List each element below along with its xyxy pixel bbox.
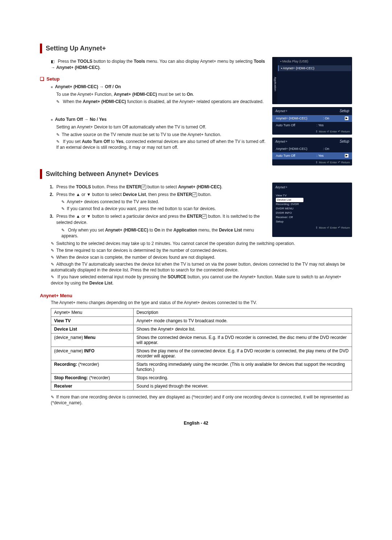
enter-icon-2: ⏎ bbox=[192, 192, 197, 197]
setting-up-intro: Press the TOOLS button to display the To… bbox=[40, 58, 269, 71]
osd-dev-item: DVDR INFO bbox=[276, 211, 348, 215]
table-row: (device_name) MenuShows the connected de… bbox=[51, 333, 352, 347]
table-cell-menu: Receiver bbox=[51, 382, 134, 390]
table-row: View TVAnynet+ mode changes to TV broadc… bbox=[51, 316, 352, 325]
table-cell-menu: View TV bbox=[51, 316, 134, 325]
osd-footer-nav-2: ⇕ Move ⏎ Enter ↶ Return bbox=[272, 159, 352, 165]
table-cell-desc: Starts recording immediately using the r… bbox=[134, 360, 352, 373]
table-cell-menu: Recording: (*recorder) bbox=[51, 360, 134, 373]
osd-logo-2: Anynet+ bbox=[275, 139, 288, 144]
item-cec-note: When the Anynet+ (HDMI-CEC) function is … bbox=[40, 99, 269, 105]
osd-media-play-row: ▪ Media Play (USB) bbox=[280, 59, 349, 64]
osd-anynet-row: ▪ Anynet+ (HDMI-CEC) bbox=[278, 65, 351, 71]
table-cell-desc: Shows the Anynet+ device list. bbox=[134, 325, 352, 333]
enter-icon: ⏎ bbox=[141, 185, 146, 189]
osd-dev-item: DVDR MENU bbox=[276, 206, 348, 211]
setup-heading: Setup bbox=[40, 76, 269, 82]
item-cec-desc: To use the Anynet+ Function, Anynet+ (HD… bbox=[40, 91, 269, 98]
table-cell-desc: Shows the connected device menus. E.g. I… bbox=[134, 333, 352, 347]
osd-application-menu: Application ▪ Media Play (USB) ▪ Anynet+… bbox=[272, 57, 352, 104]
step-3: 3. Press the ▲ or ▼ button to select a p… bbox=[56, 213, 269, 226]
item-auto-off-heading: Auto Turn Off → No / Yes bbox=[40, 116, 269, 123]
osd-row-cec-hl: Anynet+ (HDMI-CEC): On▶ bbox=[272, 115, 352, 122]
table-header-row: Anynet+ Menu Description bbox=[51, 308, 352, 316]
step-1: 1. Press the TOOLS button. Press the ENT… bbox=[56, 184, 269, 190]
osd-setup-cec: Anynet+Setup Anynet+ (HDMI-CEC): On▶ Aut… bbox=[272, 107, 352, 135]
osd-logo: Anynet+ bbox=[275, 109, 288, 114]
osd-row-ato-hl: Auto Turn Off: Yes▶ bbox=[272, 152, 352, 159]
osd-logo-3: Anynet+ bbox=[272, 183, 352, 192]
osd-dev-item: View TV bbox=[276, 193, 348, 198]
table-cell-desc: Stops recording. bbox=[134, 373, 352, 382]
page-footer: English - 42 bbox=[40, 421, 352, 426]
table-cell-menu: (device_name) Menu bbox=[51, 333, 134, 347]
table-cell-desc: Sound is played through the receiver. bbox=[134, 382, 352, 390]
osd-footer-nav-3: ⇕ Move ⏎ Enter ↶ Return bbox=[272, 225, 352, 231]
anynet-menu-caption: The Anynet+ menu changes depending on th… bbox=[40, 300, 352, 306]
th-desc: Description bbox=[134, 308, 352, 316]
osd-device-list: Anynet+ View TVDevice ListRecording: DVD… bbox=[272, 183, 352, 237]
switch-note-b: The time required to scan for devices is… bbox=[40, 248, 352, 254]
anynet-menu-table: Anynet+ Menu Description View TVAnynet+ … bbox=[51, 308, 352, 390]
item-auto-off-note2: If you set Auto Turn Off to Yes, connect… bbox=[40, 139, 269, 151]
item-cec-heading: Anynet+ (HDMI-CEC) → Off / On bbox=[40, 84, 269, 90]
table-cell-menu: Stop Recording: (*recorder) bbox=[51, 373, 134, 382]
osd-tab-application: Application bbox=[272, 57, 277, 104]
osd-dev-item: Setup bbox=[276, 220, 348, 224]
table-row: (device_name) INFOShows the play menu of… bbox=[51, 347, 352, 360]
switch-note-e: If you have selected external input mode… bbox=[40, 274, 352, 286]
osd-dev-item: Receiver: Off bbox=[276, 215, 348, 220]
step3-note: Only when you set Anynet+ (HDMI-CEC) to … bbox=[56, 227, 269, 240]
step-2: 2. Press the ▲ or ▼ button to select Dev… bbox=[56, 192, 269, 198]
step2-note1: Anynet+ devices connected to the TV are … bbox=[56, 199, 269, 205]
item-auto-off-desc: Setting an Anynet+ Device to turn Off au… bbox=[40, 124, 269, 130]
table-row: Recording: (*recorder)Starts recording i… bbox=[51, 360, 352, 373]
switch-note-d: Although the TV automatically searches t… bbox=[40, 261, 352, 274]
table-row: Device ListShows the Anynet+ device list… bbox=[51, 325, 352, 333]
switch-note-c: When the device scan is complete, the nu… bbox=[40, 254, 352, 261]
anynet-menu-footnote: If more than one recording device is con… bbox=[40, 394, 352, 406]
th-menu: Anynet+ Menu bbox=[51, 308, 134, 316]
osd-dev-item: Recording: DVDR bbox=[276, 202, 348, 206]
section-title-setting-up: Setting Up Anynet+ bbox=[40, 44, 352, 53]
osd-row-ato: Auto Turn Off: Yes bbox=[272, 122, 352, 129]
osd-row-cec: Anynet+ (HDMI-CEC): On bbox=[272, 146, 352, 152]
switch-note-a: Switching to the selected devices may ta… bbox=[40, 241, 352, 247]
table-cell-menu: Device List bbox=[51, 325, 134, 333]
table-cell-desc: Shows the play menu of the connected dev… bbox=[134, 347, 352, 360]
table-cell-desc: Anynet+ mode changes to TV broadcast mod… bbox=[134, 316, 352, 325]
table-row: Stop Recording: (*recorder)Stops recordi… bbox=[51, 373, 352, 382]
item-auto-off-note1: The active source on the TV remote must … bbox=[40, 132, 269, 138]
section-title-switching: Switching between Anynet+ Devices bbox=[40, 169, 352, 179]
osd-setup-ato: Anynet+Setup Anynet+ (HDMI-CEC): On Auto… bbox=[272, 138, 352, 165]
table-cell-menu: (device_name) INFO bbox=[51, 347, 134, 360]
table-row: ReceiverSound is played through the rece… bbox=[51, 382, 352, 390]
osd-dev-item: Device List bbox=[276, 198, 348, 202]
anynet-menu-heading: Anynet+ Menu bbox=[40, 293, 352, 298]
step2-note2: If you cannot find a device you want, pr… bbox=[56, 206, 269, 212]
osd-footer-nav: ⇕ Move ⏎ Enter ↶ Return bbox=[272, 128, 352, 135]
enter-icon-3: ⏎ bbox=[202, 214, 207, 219]
